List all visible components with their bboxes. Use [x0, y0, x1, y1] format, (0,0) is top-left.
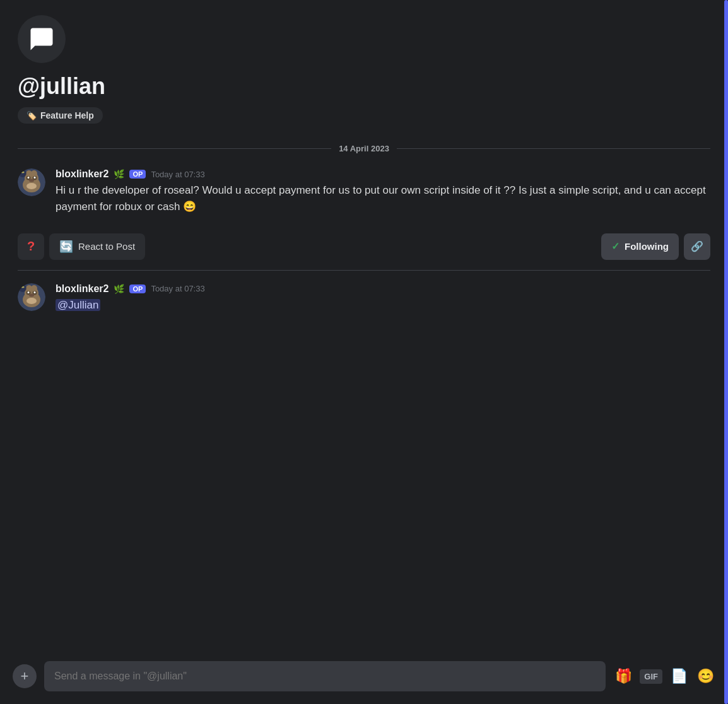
- action-left: ? 🔄 React to Post: [18, 233, 145, 260]
- message-header-2: bloxlinker2 🌿 OP Today at 07:33: [56, 283, 710, 295]
- gif-button[interactable]: GIF: [640, 669, 662, 684]
- channel-title: @jullian: [18, 73, 710, 100]
- react-icon: 🔄: [59, 240, 73, 254]
- op-badge-1: OP: [129, 170, 146, 179]
- channel-icon-wrapper: [18, 15, 66, 63]
- svg-point-3: [26, 183, 37, 189]
- message-input[interactable]: [44, 661, 606, 691]
- main-container: @jullian 🏷️ Feature Help 14 April 2023: [0, 0, 728, 704]
- avatar-image-1: [18, 168, 45, 196]
- message-text-1: Hi u r the developer of roseal? Would u …: [56, 182, 710, 216]
- leaf-icon-1: 🌿: [114, 169, 124, 179]
- svg-point-19: [34, 291, 36, 293]
- svg-point-18: [28, 291, 30, 293]
- svg-point-22: [31, 285, 37, 291]
- mention-jullian: @Jullian: [56, 299, 100, 311]
- svg-point-6: [28, 177, 30, 179]
- react-label: React to Post: [78, 241, 135, 252]
- timestamp-2: Today at 07:33: [151, 284, 204, 293]
- avatar-1: [18, 168, 45, 196]
- date-divider: 14 April 2023: [18, 144, 710, 153]
- emoji-button[interactable]: 😊: [695, 666, 715, 686]
- avatar-2: [18, 283, 45, 311]
- following-label: Following: [625, 241, 669, 252]
- input-area: + 🎁 GIF 📄 😊: [0, 654, 728, 704]
- message-2: bloxlinker2 🌿 OP Today at 07:33 @Jullian: [18, 273, 710, 319]
- react-to-post-button[interactable]: 🔄 React to Post: [49, 233, 145, 260]
- username-1: bloxlinker2: [56, 168, 109, 180]
- feature-help-tag[interactable]: 🏷️ Feature Help: [18, 107, 103, 124]
- post-divider: [18, 270, 710, 271]
- message-content-2: bloxlinker2 🌿 OP Today at 07:33 @Jullian: [56, 283, 710, 314]
- username-2: bloxlinker2: [56, 283, 109, 295]
- messages-area: bloxlinker2 🌿 OP Today at 07:33 Hi u r t…: [0, 163, 728, 654]
- divider-line-right: [397, 148, 710, 149]
- op-badge-2: OP: [129, 285, 146, 293]
- svg-point-11: [19, 170, 26, 177]
- message-header-1: bloxlinker2 🌿 OP Today at 07:33: [56, 168, 710, 180]
- action-buttons: ? 🔄 React to Post ✓ Following 🔗: [18, 228, 710, 267]
- svg-point-20: [29, 293, 34, 296]
- sticker-button[interactable]: 📄: [669, 666, 689, 686]
- message-content-1: bloxlinker2 🌿 OP Today at 07:33 Hi u r t…: [56, 168, 710, 216]
- svg-point-23: [19, 285, 26, 292]
- svg-point-15: [26, 298, 37, 304]
- plus-icon: +: [21, 668, 29, 684]
- gift-button[interactable]: 🎁: [613, 666, 633, 686]
- add-attachment-button[interactable]: +: [13, 664, 37, 688]
- header: @jullian 🏷️ Feature Help: [0, 0, 728, 131]
- feature-help-label: Feature Help: [40, 110, 94, 120]
- following-button[interactable]: ✓ Following: [601, 233, 679, 260]
- tag-icon: 🏷️: [26, 111, 37, 120]
- question-button[interactable]: ?: [18, 233, 44, 260]
- leaf-icon-2: 🌿: [114, 284, 124, 294]
- message-1: bloxlinker2 🌿 OP Today at 07:33 Hi u r t…: [18, 163, 710, 221]
- action-right: ✓ Following 🔗: [601, 233, 710, 260]
- input-actions: 🎁 GIF 📄 😊: [613, 666, 715, 686]
- svg-point-10: [31, 170, 37, 177]
- avatar-image-2: [18, 283, 45, 311]
- emoji-icon: 😊: [697, 668, 714, 684]
- svg-point-8: [29, 179, 34, 182]
- timestamp-1: Today at 07:33: [151, 170, 204, 179]
- link-button[interactable]: 🔗: [684, 233, 710, 260]
- check-icon: ✓: [611, 240, 619, 252]
- gift-icon: 🎁: [615, 668, 632, 684]
- link-icon: 🔗: [691, 240, 703, 252]
- divider-line-left: [18, 148, 331, 149]
- chat-bubble-icon: [28, 26, 55, 52]
- message-text-2: @Jullian: [56, 297, 710, 314]
- svg-point-7: [34, 177, 36, 179]
- date-text: 14 April 2023: [339, 144, 389, 153]
- scrollbar-accent: [724, 0, 728, 704]
- sticker-icon: 📄: [671, 668, 688, 684]
